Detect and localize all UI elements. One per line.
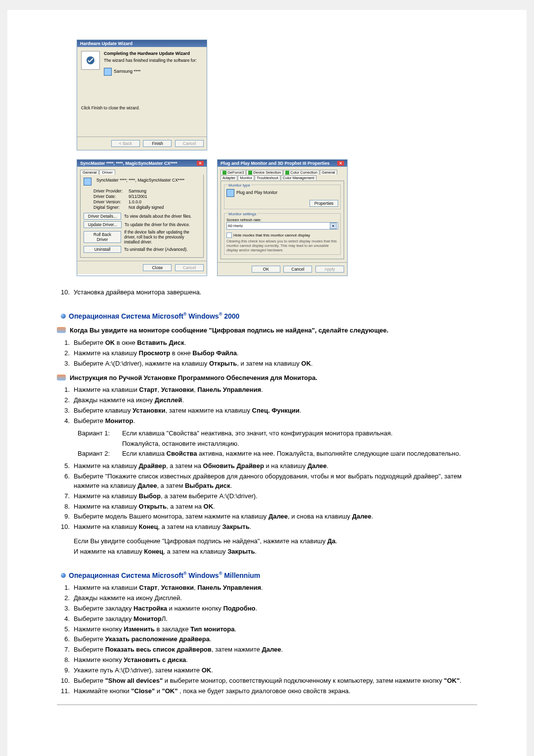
- tab-driver[interactable]: Driver: [99, 170, 115, 175]
- driver-details-button[interactable]: Driver Details...: [84, 213, 121, 220]
- li: Нажмите на клавишу Выбор, а затем выбери…: [74, 492, 477, 501]
- section-win2000: Операционная Система Microsoft® Windows®…: [57, 311, 477, 321]
- monitor-icon: [84, 178, 91, 186]
- tab-color-management[interactable]: Color Management: [281, 175, 316, 180]
- properties-button[interactable]: Properties: [310, 200, 338, 207]
- cancel-button: Cancel: [175, 140, 204, 147]
- variant1-text2: Пожалуйста, остановите инсталляцию.: [122, 439, 239, 449]
- tab-device-selection[interactable]: Device Selection: [246, 170, 283, 175]
- label-date: Driver Date:: [93, 194, 126, 199]
- chevron-down-icon[interactable]: ▾: [330, 223, 337, 229]
- note2: И нажмите на клавишу Конец, а затем на к…: [74, 547, 477, 557]
- driver-dialog-title: SyncMaster ****; ****, MagicSyncMaster C…: [80, 161, 178, 166]
- li: Дважды нажмите на икону Дисплей.: [74, 396, 477, 405]
- refresh-label: Screen refresh rate:: [226, 218, 338, 222]
- monitor-icon: [104, 68, 112, 76]
- li: Выберите OK в окне Вставить Диск.: [74, 338, 477, 348]
- variant1-label: Вариант 1:: [78, 429, 122, 438]
- monitor-icon: [226, 189, 234, 197]
- subhead-manual-install: Инструкция по Ручной Установке Программн…: [57, 374, 477, 383]
- bullet-icon: [61, 573, 66, 578]
- tab-geforce[interactable]: GeForce3: [221, 170, 246, 175]
- driver-properties-dialog: SyncMaster ****; ****, MagicSyncMaster C…: [77, 159, 207, 276]
- wizard-subtext: The wizard has finished installing the s…: [104, 58, 197, 63]
- refresh-rate-select[interactable]: 60 Hertz ▾: [226, 222, 338, 230]
- tip-icon: [57, 375, 66, 380]
- li: Дважды нажмите на икону Дисплей.: [74, 594, 477, 603]
- nvidia-icon: [285, 171, 289, 175]
- value-signer: Not digitally signed: [129, 205, 200, 210]
- label-version: Driver Version:: [93, 199, 126, 204]
- li: Нажмите на клавишу Открыть, а затем на O…: [74, 502, 477, 512]
- li: Нажмите на клавиши Старт, Установки, Пан…: [74, 583, 477, 593]
- back-button: < Back: [111, 140, 140, 147]
- li: Нажмите на клавишу Конец, а затем на кла…: [74, 522, 477, 532]
- device-name: Samsung ****: [114, 69, 141, 74]
- close-icon[interactable]: ×: [337, 161, 344, 166]
- hide-modes-label: Hide modes that this monitor cannot disp…: [233, 233, 310, 237]
- nvidia-icon: [222, 171, 226, 175]
- close-icon[interactable]: ×: [197, 161, 204, 166]
- label-signer: Digital Signer:: [93, 205, 126, 210]
- apply-button: Apply: [315, 266, 344, 273]
- label-provider: Driver Provider:: [93, 189, 126, 193]
- hide-modes-checkbox[interactable]: [226, 233, 232, 238]
- hide-modes-desc: Clearing this check box allows you to se…: [226, 239, 338, 252]
- tab-adapter[interactable]: Adapter: [221, 175, 237, 180]
- group-monitor-settings: Monitor settings: [227, 212, 257, 216]
- li: Выберите закладку МониторЛ.: [74, 614, 477, 624]
- tab-color-correction[interactable]: Color Correction: [283, 170, 319, 175]
- close-button[interactable]: Close: [143, 264, 172, 271]
- li: Нажмите на клавишу Просмотр в окне Выбор…: [74, 349, 477, 358]
- wizard-heading: Completing the Hardware Update Wizard: [104, 51, 197, 56]
- value-provider: Samsung: [129, 189, 200, 193]
- note1: Если Вы увидите сообщение "Цифровая подп…: [74, 537, 477, 546]
- tab-troubleshoot[interactable]: Troubleshoot: [255, 175, 280, 180]
- section-winme: Операционная Система Microsoft® Windows®…: [57, 570, 477, 580]
- li: Выберите клавишу Установки, затем нажмит…: [74, 406, 477, 416]
- group-monitor-type: Monitor type: [227, 183, 251, 188]
- li: Нажмите кнопку Изменить в закладке Тип м…: [74, 625, 477, 634]
- value-date: 9/11/2001: [129, 194, 200, 199]
- tab-general[interactable]: General: [80, 170, 99, 175]
- hardware-update-wizard: Hardware Update Wizard Completing the Ha…: [77, 40, 207, 150]
- monitor-type-value: Plug and Play Monitor: [236, 190, 277, 195]
- update-driver-button[interactable]: Update Driver...: [84, 221, 122, 228]
- finish-button[interactable]: Finish: [143, 140, 172, 147]
- desc-update: To update the driver for this device.: [125, 222, 190, 227]
- desc-rollback: If the device fails after updating the d…: [124, 230, 200, 244]
- variant1-text: Если клавиша "Свойства" неактивна, это з…: [122, 429, 393, 438]
- nvidia-icon: [248, 171, 252, 175]
- rollback-driver-button[interactable]: Roll Back Driver: [84, 231, 121, 243]
- li: Выберите A:\(D:\driver), нажмите на клав…: [74, 359, 477, 369]
- wizard-title: Hardware Update Wizard: [77, 40, 207, 47]
- li: Нажмите на клавишу Драйвер, а затем на О…: [74, 462, 477, 471]
- uninstall-button[interactable]: Uninstall: [84, 246, 121, 253]
- li: Выберите Указать расположение драйвера.: [74, 635, 477, 644]
- li: Нажмите кнопку Установить с диска.: [74, 656, 477, 665]
- li: Выберите Показать весь список драйверов,…: [74, 645, 477, 655]
- refresh-value: 60 Hertz: [228, 224, 243, 228]
- device-label: SyncMaster ****; ****, MagicSyncMaster C…: [96, 178, 184, 186]
- wizard-icon: [81, 51, 100, 70]
- li: Нажимайте кнопки "Close" и "OK" , пока н…: [74, 687, 477, 696]
- li: Выберите "Покажите список известных драй…: [74, 472, 477, 491]
- desc-uninstall: To uninstall the driver (Advanced).: [124, 247, 188, 252]
- cancel-button[interactable]: Cancel: [283, 266, 312, 273]
- tab-monitor[interactable]: Monitor: [238, 175, 254, 180]
- bullet-icon: [61, 314, 66, 319]
- monitor-dialog-title: Plug and Play Monitor and 3D Prophet III…: [221, 161, 330, 166]
- monitor-properties-dialog: Plug and Play Monitor and 3D Prophet III…: [217, 159, 348, 276]
- step-10: Установка драйвера монитора завершена.: [74, 288, 477, 297]
- variant2-text: Если клавиша Свойства активна, нажмите н…: [122, 449, 461, 459]
- li: Выберите модель Вашего монитора, затем н…: [74, 512, 477, 521]
- li: Укажите путь A:\(D:\driver), затем нажми…: [74, 666, 477, 675]
- li: Выберите Монитор.: [74, 417, 477, 426]
- desc-details: To view details about the driver files.: [124, 214, 192, 219]
- li: Нажмите на клавиши Старт, Установки, Пан…: [74, 385, 477, 395]
- finish-note: Click Finish to close the wizard.: [81, 105, 203, 110]
- tab-general-prop[interactable]: General: [320, 170, 337, 175]
- value-version: 1.0.0.0: [129, 199, 200, 204]
- li: Выберите "Show all devices" и выберите м…: [74, 676, 477, 686]
- ok-button[interactable]: OK: [252, 266, 280, 273]
